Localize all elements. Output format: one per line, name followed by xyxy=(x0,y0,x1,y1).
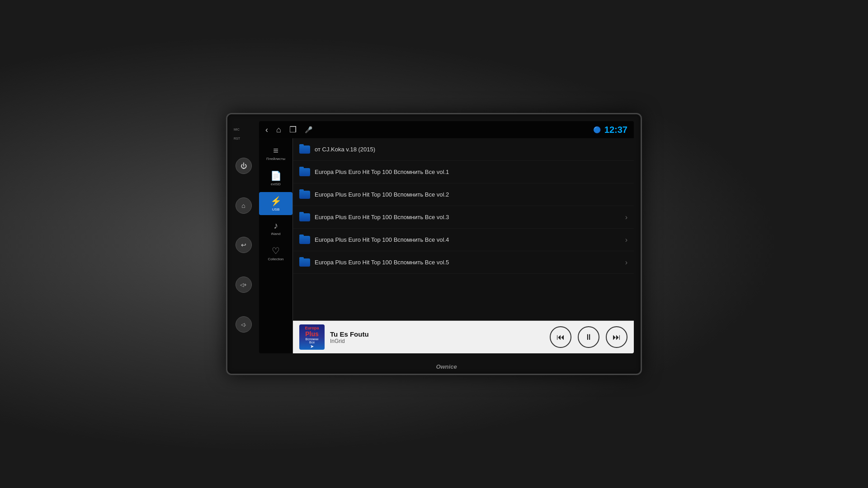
file-item-2[interactable]: Europa Plus Euro Hit Top 100 Вспомнить В… xyxy=(293,183,634,206)
window-icon[interactable]: ❒ xyxy=(289,125,297,135)
usb-icon: ⚡ xyxy=(270,196,282,206)
power-button[interactable]: ⏻ xyxy=(236,158,252,174)
rst-label: RST xyxy=(234,137,240,140)
inand-label: iNand xyxy=(271,232,281,236)
album-art: Europa Plus Вспомни Все ➤ xyxy=(299,324,325,350)
file-name-5: Europa Plus Euro Hit Top 100 Вспомнить В… xyxy=(315,259,621,266)
back-left-button[interactable]: ↩ xyxy=(236,237,252,253)
file-item-3[interactable]: Europa Plus Euro Hit Top 100 Вспомнить В… xyxy=(293,206,634,229)
brand-bar: Ownice xyxy=(259,363,634,370)
pause-button[interactable]: ⏸ xyxy=(578,326,599,348)
file-name-2: Europa Plus Euro Hit Top 100 Вспомнить В… xyxy=(315,191,627,198)
album-sub1: Вспомни xyxy=(306,338,318,341)
main-content: ≡ Плейлисты 📄 extSD ⚡ USB ♪ iNand xyxy=(259,138,634,353)
prev-button[interactable]: ⏮ xyxy=(550,326,571,348)
next-button[interactable]: ⏭ xyxy=(606,326,627,348)
time-display: 12:37 xyxy=(604,125,627,135)
top-bar-right: 🔵 12:37 xyxy=(593,125,627,135)
folder-icon-5 xyxy=(299,258,310,267)
left-physical-controls: MIC RST ⏻ ⌂ ↩ ◁+ ◁- xyxy=(231,123,256,349)
chevron-icon-4: › xyxy=(625,236,627,244)
track-info: Tu Es Foutu InGrid xyxy=(330,330,544,344)
bluetooth-icon: 🔵 xyxy=(593,126,601,133)
car-surround: MIC RST ⏻ ⌂ ↩ ◁+ ◁- ‹ ⌂ ❒ 🎤 🔵 12:37 xyxy=(0,0,868,488)
album-sub2: Все xyxy=(309,341,315,344)
player-controls: ⏮ ⏸ ⏭ xyxy=(550,326,627,348)
mic-top-icon[interactable]: 🎤 xyxy=(305,126,312,133)
screen: ‹ ⌂ ❒ 🎤 🔵 12:37 ≡ Плейлисты xyxy=(259,121,634,353)
folder-icon-0 xyxy=(299,145,310,154)
now-playing-bar: Europa Plus Вспомни Все ➤ Tu Es Foutu In… xyxy=(293,320,634,353)
usb-label: USB xyxy=(272,208,279,212)
inand-icon: ♪ xyxy=(274,221,278,231)
folder-icon-1 xyxy=(299,168,310,176)
sidebar-item-inand[interactable]: ♪ iNand xyxy=(259,217,292,240)
file-name-4: Europa Plus Euro Hit Top 100 Вспомнить В… xyxy=(315,236,621,243)
sidebar: ≡ Плейлисты 📄 extSD ⚡ USB ♪ iNand xyxy=(259,138,293,353)
home-left-button[interactable]: ⌂ xyxy=(236,197,252,214)
album-plus: Plus xyxy=(305,330,319,338)
sidebar-item-collection[interactable]: ♡ Collection xyxy=(259,242,292,265)
extsd-icon: 📄 xyxy=(270,170,282,181)
collection-label: Collection xyxy=(268,258,283,262)
album-arrow: ➤ xyxy=(310,344,314,349)
sidebar-item-usb[interactable]: ⚡ USB xyxy=(259,192,292,216)
folder-icon-2 xyxy=(299,191,310,199)
playlists-icon: ≡ xyxy=(273,145,278,156)
mic-label: MIC xyxy=(234,128,240,131)
file-name-1: Europa Plus Euro Hit Top 100 Вспомнить В… xyxy=(315,169,627,175)
playlists-label: Плейлисты xyxy=(266,157,285,161)
head-unit: MIC RST ⏻ ⌂ ↩ ◁+ ◁- ‹ ⌂ ❒ 🎤 🔵 12:37 xyxy=(226,113,642,375)
file-item-1[interactable]: Europa Plus Euro Hit Top 100 Вспомнить В… xyxy=(293,161,634,183)
top-bar-left: ‹ ⌂ ❒ 🎤 xyxy=(265,125,312,135)
chevron-icon-5: › xyxy=(625,258,627,267)
chevron-icon-3: › xyxy=(625,213,627,221)
sidebar-item-playlists[interactable]: ≡ Плейлисты xyxy=(259,142,292,165)
folder-icon-3 xyxy=(299,213,310,221)
back-icon[interactable]: ‹ xyxy=(265,125,268,135)
file-item-0[interactable]: от CJ.Koka v.18 (2015) xyxy=(293,138,634,161)
file-name-3: Europa Plus Euro Hit Top 100 Вспомнить В… xyxy=(315,214,621,221)
sidebar-item-extsd[interactable]: 📄 extSD xyxy=(259,167,292,190)
home-icon[interactable]: ⌂ xyxy=(276,125,281,135)
file-item-5[interactable]: Europa Plus Euro Hit Top 100 Вспомнить В… xyxy=(293,251,634,274)
folder-icon-4 xyxy=(299,236,310,244)
vol-down-button[interactable]: ◁- xyxy=(236,316,252,333)
collection-icon: ♡ xyxy=(272,245,280,256)
vol-up-button[interactable]: ◁+ xyxy=(236,277,252,293)
album-europa: Europa xyxy=(305,326,319,330)
file-list: от CJ.Koka v.18 (2015) Europa Plus Euro … xyxy=(293,138,634,320)
top-bar: ‹ ⌂ ❒ 🎤 🔵 12:37 xyxy=(259,121,634,138)
file-area: от CJ.Koka v.18 (2015) Europa Plus Euro … xyxy=(293,138,634,353)
track-artist: InGrid xyxy=(330,338,544,344)
track-title: Tu Es Foutu xyxy=(330,330,544,338)
extsd-label: extSD xyxy=(271,183,281,187)
album-art-inner: Europa Plus Вспомни Все ➤ xyxy=(299,324,325,350)
file-item-4[interactable]: Europa Plus Euro Hit Top 100 Вспомнить В… xyxy=(293,229,634,251)
file-name-0: от CJ.Koka v.18 (2015) xyxy=(315,146,627,153)
